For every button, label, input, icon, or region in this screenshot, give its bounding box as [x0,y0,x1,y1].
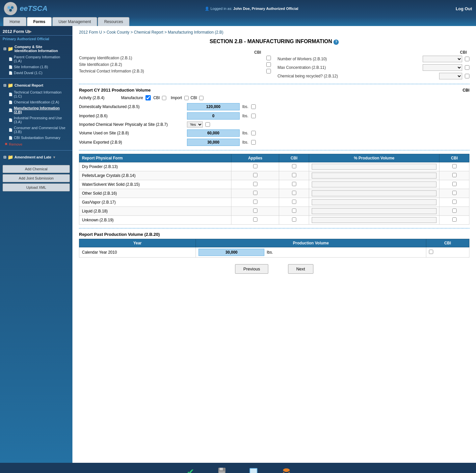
user-info: 👤 Logged in as: John Doe, Primary Author… [205,6,298,11]
cbi-checkbox-2b5[interactable] [251,104,256,109]
sidebar-section-header-amendment[interactable]: ⊟ 📁 Amendment and Late ▼ [2,153,70,161]
pct-input[interactable] [312,181,437,187]
cbi2-checkbox[interactable] [452,182,457,186]
past-cbi-checkbox[interactable] [429,250,433,254]
sidebar-item-site-info[interactable]: 📄 Site Information (1.B) [2,64,70,70]
cbi-checkbox-2b3[interactable] [266,69,271,73]
cbi-header-left: CBI [79,50,271,55]
pct-input[interactable] [312,199,437,205]
pct-input[interactable] [312,190,437,196]
toolbar-submit[interactable]: Submit [280,467,292,473]
sidebar-buttons: Add Chemical Add Joint Submission Upload… [0,162,72,194]
cbi2-checkbox[interactable] [452,200,457,204]
sidebar-item-tech-contact[interactable]: 📄 Technical Contact Information (1.C) [2,89,70,99]
pct-input[interactable] [312,173,437,179]
logout-button[interactable]: Log Out [456,6,472,11]
import-cbi-checkbox[interactable] [199,96,203,100]
applies-checkbox[interactable] [253,173,257,177]
pct-input[interactable] [312,217,437,223]
pct-input[interactable] [312,164,437,170]
sidebar-item-industrial[interactable]: 📄 Industrial Processing and Use (3.A) [2,115,70,125]
manufacture-cbi-checkbox[interactable] [162,96,166,100]
physical-form-row: Other Solid (2.B.16) [79,189,469,198]
sidebar-collapse-arrow[interactable]: ▶ [28,29,32,34]
pct-input[interactable] [312,208,437,214]
past-volume-input[interactable] [198,249,264,256]
add-chemical-button[interactable]: Add Chemical [3,165,70,173]
max-conc-select[interactable] [423,64,462,71]
cbi1-checkbox[interactable] [292,217,296,222]
sidebar-item-david-duval[interactable]: 📄 David Duval (1.C) [2,70,70,76]
cbi-checkbox-2b7[interactable] [205,122,210,127]
cbi2-checkbox[interactable] [452,217,457,222]
applies-checkbox[interactable] [253,164,257,168]
cbi1-cell [279,171,309,180]
toolbar-save[interactable]: Save [217,467,226,473]
applies-checkbox[interactable] [253,182,257,186]
cbi2-checkbox[interactable] [452,191,457,195]
sidebar-item-consumer[interactable]: 📄 Consumer and Commercial Use (3.B) [2,125,70,135]
preview-icon [249,467,258,473]
toolbar-validate[interactable]: ✔ Validate [184,467,198,473]
sidebar-section-header-chemical[interactable]: ⊟ 📁 Chemical Report [2,81,70,89]
sidebar-section-header-company[interactable]: ⊟ 📁 Company & SiteIdentification Informa… [2,43,70,54]
volume-input-2b8[interactable] [187,129,240,137]
import-checkbox[interactable] [184,96,189,100]
manufacture-checkbox[interactable] [145,95,151,100]
applies-checkbox[interactable] [253,217,257,222]
physical-form-row: Gas/Vapor (2.B.17) [79,198,469,207]
doc-icon: 📄 [9,93,13,96]
previous-button[interactable]: Previous [235,264,268,274]
cbi1-checkbox[interactable] [292,209,296,213]
applies-checkbox[interactable] [253,200,257,204]
tab-user-management[interactable]: User Management [52,17,97,26]
cbi-checkbox-2b6[interactable] [251,114,256,118]
info-icon[interactable]: ? [333,40,339,45]
cbi1-checkbox[interactable] [292,200,296,204]
volume-input-2b9[interactable] [187,139,240,146]
cbi1-checkbox[interactable] [292,182,296,186]
cbi-checkbox-2b9[interactable] [251,140,256,145]
next-button[interactable]: Next [288,264,313,274]
volume-row-2b8: Volume Used on Site (2.B.8) lbs. [79,129,469,137]
cbi-checkbox-2b2[interactable] [266,62,271,67]
recycled-select[interactable] [439,73,462,79]
cbi1-checkbox[interactable] [292,191,296,195]
tab-forms[interactable]: Forms [27,17,52,26]
cbi-checkbox-2b1[interactable] [266,56,271,60]
svg-point-3 [9,9,12,12]
applies-checkbox[interactable] [253,209,257,213]
cbi2-checkbox[interactable] [452,209,457,213]
doc-icon: 📄 [9,100,13,104]
tab-home[interactable]: Home [3,17,26,26]
add-joint-submission-button[interactable]: Add Joint Submission [3,174,70,182]
upload-xml-button[interactable]: Upload XML [3,183,70,191]
sidebar-item-manufacturing[interactable]: 📄 Manufacturing Information (2.B) [2,105,70,115]
folder-icon3: 📁 [8,154,13,160]
cbi-checkbox-2b11[interactable] [465,65,469,70]
sidebar-item-cbi[interactable]: 📄 CBI Substantiation Summary [2,135,70,141]
volume-select-2b7[interactable]: YesNo [187,122,203,127]
production-cbi-label: CBI [463,88,469,93]
sidebar-item-chem-id[interactable]: 📄 Chemical Identification (2.A) [2,99,70,105]
applies-cell [231,162,279,171]
cbi1-checkbox[interactable] [292,164,296,168]
remove-link[interactable]: ✖ Remove [2,141,70,148]
cbi2-checkbox[interactable] [452,173,457,177]
workers-select[interactable] [423,56,462,62]
cbi1-checkbox[interactable] [292,173,296,177]
cbi2-checkbox[interactable] [452,164,457,168]
cbi2-cell [439,207,469,216]
doc-icon: 📄 [9,65,13,69]
applies-checkbox[interactable] [253,191,257,195]
sidebar-item-parent-company[interactable]: 📄 Parent Company Information (1.A) [2,54,70,64]
volume-input-2b6[interactable] [187,112,240,120]
cbi-checkbox-2b10[interactable] [465,57,469,61]
cbi-checkbox-2b12[interactable] [465,74,469,78]
sidebar-divider2 [0,150,72,151]
tab-resources[interactable]: Resources [98,17,129,26]
cbi-checkbox-2b8[interactable] [251,131,256,135]
volume-input-2b5[interactable] [187,103,240,110]
toolbar-preview[interactable]: Preview [246,467,260,473]
sidebar-section-company: ⊟ 📁 Company & SiteIdentification Informa… [0,42,72,77]
